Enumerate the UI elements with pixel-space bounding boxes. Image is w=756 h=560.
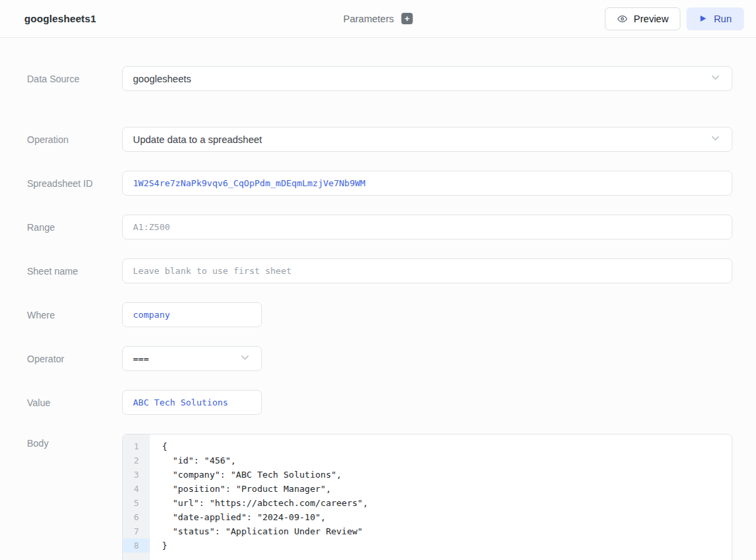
line-number-active: 8: [123, 538, 150, 553]
chevron-down-icon: [709, 132, 722, 147]
range-label: Range: [27, 222, 122, 233]
preview-button[interactable]: Preview: [605, 7, 681, 30]
code-line: "status": "Application Under Review": [162, 524, 732, 538]
line-number: 5: [123, 496, 150, 510]
line-number: 3: [123, 468, 150, 482]
line-number: 6: [123, 510, 150, 524]
add-parameter-button[interactable]: +: [401, 13, 412, 24]
code-line: "position": "Product Manager",: [162, 482, 732, 496]
range-field: [122, 215, 732, 240]
line-number: 1: [123, 439, 150, 453]
range-input[interactable]: [133, 215, 722, 239]
field-row-body: Body 1 2 3 4 5 6 7 8 { "id": "456", "com…: [27, 434, 732, 560]
spreadsheet-id-input[interactable]: [133, 171, 722, 195]
code-line: }: [162, 538, 732, 553]
header-actions: Preview Run: [605, 7, 744, 30]
data-source-value: googlesheets: [133, 74, 191, 84]
where-label: Where: [27, 310, 122, 320]
operation-value: Update data to a spreadsheet: [133, 134, 262, 145]
where-input[interactable]: [133, 303, 251, 327]
line-number-gutter: 1 2 3 4 5 6 7 8: [123, 435, 150, 560]
data-source-label: Data Source: [27, 74, 122, 84]
operator-value: ===: [133, 354, 148, 364]
field-row-where: Where: [27, 302, 732, 327]
field-row-data-source: Data Source googlesheets: [27, 66, 732, 91]
query-title: googlesheets1: [24, 13, 96, 24]
preview-button-label: Preview: [634, 13, 669, 24]
query-editor-panel: googlesheets1 Parameters + Preview Run D…: [0, 0, 756, 560]
value-input[interactable]: [133, 391, 251, 414]
where-field: [122, 302, 262, 327]
field-row-operation: Operation Update data to a spreadsheet: [27, 127, 732, 152]
field-row-range: Range: [27, 215, 732, 240]
operator-label: Operator: [27, 354, 122, 364]
code-line: "company": "ABC Tech Solutions",: [162, 468, 732, 482]
field-row-sheet-name: Sheet name: [27, 258, 732, 283]
play-icon: [699, 14, 707, 23]
field-row-value: Value: [27, 390, 732, 415]
line-number: 2: [123, 453, 150, 468]
run-button[interactable]: Run: [686, 7, 744, 30]
query-header: googlesheets1 Parameters + Preview Run: [0, 0, 756, 38]
code-line: "url": "https://abctech.com/careers",: [162, 496, 732, 510]
run-button-label: Run: [713, 13, 732, 24]
operation-label: Operation: [27, 134, 122, 145]
operator-select[interactable]: ===: [122, 346, 262, 371]
parameters-label: Parameters: [344, 13, 394, 24]
sheet-name-input[interactable]: [133, 259, 722, 283]
chevron-down-icon: [239, 352, 251, 366]
body-code-editor[interactable]: 1 2 3 4 5 6 7 8 { "id": "456", "company"…: [122, 434, 732, 560]
value-label: Value: [27, 397, 122, 408]
parameters-section: Parameters +: [344, 0, 413, 37]
sheet-name-field: [122, 258, 732, 283]
spreadsheet-id-field: [122, 171, 732, 196]
query-form: Data Source googlesheets Operation Updat…: [0, 38, 756, 560]
data-source-select[interactable]: googlesheets: [122, 66, 732, 91]
value-field: [122, 390, 262, 415]
code-line: "id": "456",: [162, 453, 732, 468]
spreadsheet-id-label: Spreadsheet ID: [27, 178, 122, 189]
field-row-operator: Operator ===: [27, 346, 732, 371]
field-row-spreadsheet-id: Spreadsheet ID: [27, 171, 732, 196]
code-line: "date-applied": "2024-09-10",: [162, 510, 732, 524]
chevron-down-icon: [709, 72, 722, 86]
code-area[interactable]: { "id": "456", "company": "ABC Tech Solu…: [150, 435, 732, 560]
sheet-name-label: Sheet name: [27, 266, 122, 277]
body-label: Body: [27, 434, 122, 449]
eye-icon: [617, 13, 628, 24]
operation-select[interactable]: Update data to a spreadsheet: [122, 127, 732, 152]
line-number: 4: [123, 482, 150, 496]
code-line: {: [162, 439, 732, 453]
line-number: 7: [123, 524, 150, 538]
